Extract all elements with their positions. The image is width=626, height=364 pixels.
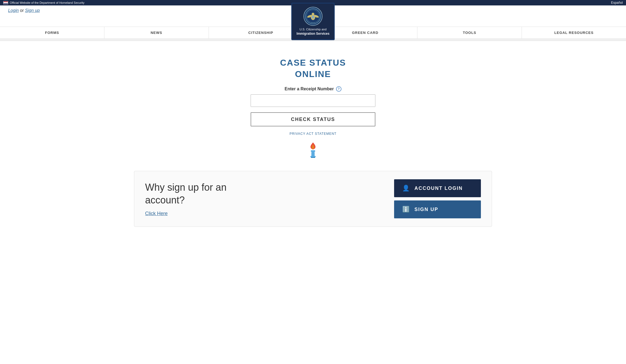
person-icon: 👤 [402, 185, 410, 192]
help-icon[interactable]: ? [336, 86, 341, 92]
svg-point-3 [312, 13, 314, 15]
info-icon: ℹ️ [402, 206, 410, 213]
signup-buttons: 👤 ACCOUNT LOGIN ℹ️ SIGN UP [394, 179, 481, 218]
check-status-button[interactable]: CHECK STATUS [251, 112, 375, 126]
svg-rect-6 [312, 16, 314, 18]
svg-rect-8 [311, 150, 315, 152]
logo-box: ★ ★ ★ U.S. Citizenship and Immigration S… [291, 3, 335, 40]
click-here-link[interactable]: Click Here [145, 211, 168, 216]
login-link[interactable]: Login [8, 8, 19, 13]
svg-text:★ ★ ★: ★ ★ ★ [311, 22, 315, 23]
signup-text: Why sign up for anaccount? Click Here [145, 181, 383, 217]
nav-news[interactable]: NEWS [104, 27, 209, 39]
logo-container: ★ ★ ★ U.S. Citizenship and Immigration S… [291, 3, 335, 40]
privacy-act-link[interactable]: PRIVACY ACT STATEMENT [134, 132, 492, 136]
nav-tools[interactable]: TOOLS [417, 27, 522, 39]
header-login: Login or Sign up [8, 8, 40, 13]
torch-icon [305, 141, 321, 160]
nav-forms[interactable]: FORMS [0, 27, 104, 39]
official-text: Official Website of the Department of Ho… [10, 1, 84, 4]
case-status-section: CASE STATUSONLINE Enter a Receipt Number… [129, 49, 497, 168]
us-flag-icon [3, 1, 8, 4]
dhs-seal: ★ ★ ★ [304, 7, 322, 26]
case-status-title: CASE STATUSONLINE [134, 57, 492, 80]
language-link[interactable]: Español [611, 1, 623, 5]
signup-section: Why sign up for anaccount? Click Here 👤 … [134, 171, 492, 227]
or-text: or [20, 8, 25, 13]
main-content: CASE STATUSONLINE Enter a Receipt Number… [123, 41, 503, 238]
receipt-number-input[interactable] [251, 94, 375, 107]
nav-legal-resources[interactable]: LEGAL RESOURCES [522, 27, 626, 39]
logo-text: U.S. Citizenship and Immigration Service… [296, 27, 330, 36]
svg-rect-11 [311, 157, 315, 158]
header: Login or Sign up ★ ★ ★ [0, 5, 626, 16]
signup-heading: Why sign up for anaccount? [145, 181, 383, 207]
signup-link[interactable]: Sign up [25, 8, 40, 13]
svg-rect-10 [310, 156, 316, 157]
receipt-label: Enter a Receipt Number ? [134, 86, 492, 92]
account-login-button[interactable]: 👤 ACCOUNT LOGIN [394, 179, 481, 197]
top-bar-left: Official Website of the Department of Ho… [3, 1, 84, 4]
sign-up-button[interactable]: ℹ️ SIGN UP [394, 200, 481, 218]
